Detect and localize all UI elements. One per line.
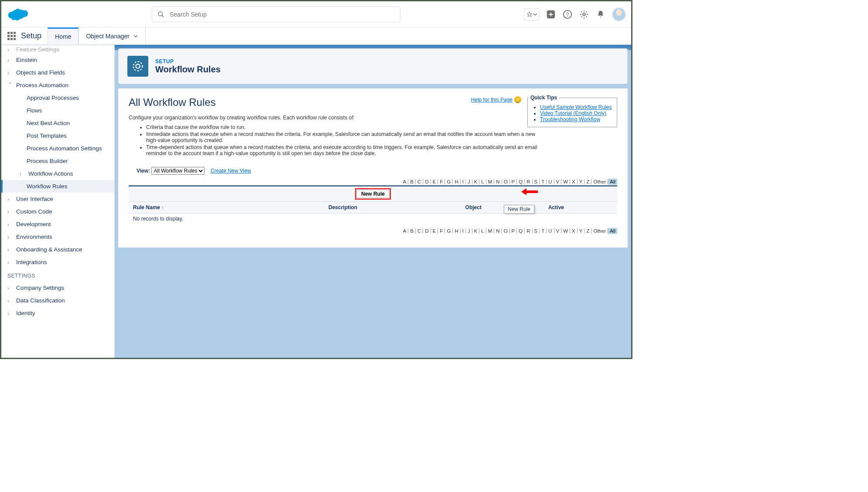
alpha-filter-r[interactable]: R [525, 228, 532, 234]
alpha-filter-l[interactable]: L [479, 179, 486, 184]
alpha-filter-r[interactable]: R [525, 179, 532, 184]
sidebar-item-workflow-actions[interactable]: ›Workflow Actions [1, 167, 114, 180]
col-rule-name[interactable]: Rule Name ↑ [129, 202, 324, 214]
alpha-filter-x[interactable]: X [570, 228, 578, 234]
alpha-filter-t[interactable]: T [540, 228, 547, 234]
sidebar-item-environments[interactable]: ›Environments [1, 231, 114, 243]
alpha-filter-z[interactable]: Z [584, 179, 591, 184]
sidebar-item-custom-code[interactable]: ›Custom Code [1, 205, 114, 218]
new-rule-button[interactable]: New Rule [356, 190, 390, 198]
alpha-filter-o[interactable]: O [502, 179, 510, 184]
alpha-filter-k[interactable]: K [472, 179, 480, 184]
alpha-filter-g[interactable]: G [445, 228, 453, 234]
sidebar-item-data-classification[interactable]: ›Data Classification [1, 294, 114, 307]
alpha-filter-y[interactable]: Y [578, 228, 585, 234]
tab-home[interactable]: Home [48, 27, 79, 45]
global-actions-button[interactable] [546, 9, 556, 20]
alpha-filter-y[interactable]: Y [578, 179, 585, 184]
sidebar-item-post-templates[interactable]: Post Templates [1, 129, 114, 142]
alpha-filter-h[interactable]: H [453, 228, 460, 234]
app-launcher[interactable]: Setup [1, 31, 48, 41]
sidebar-item-user-interface[interactable]: ›User Interface [1, 193, 114, 205]
alpha-filter-b[interactable]: B [408, 228, 416, 234]
search-input[interactable] [170, 11, 395, 18]
global-search[interactable] [152, 7, 400, 22]
alpha-filter-m[interactable]: M [486, 179, 495, 184]
sidebar-item-identity[interactable]: ›Identity [1, 307, 114, 319]
alpha-filter-u[interactable]: U [547, 228, 554, 234]
alpha-filter-d[interactable]: D [423, 228, 431, 234]
sidebar-item-integrations[interactable]: ›Integrations [1, 256, 114, 268]
alpha-filter-c[interactable]: C [416, 228, 423, 234]
alpha-filter-z[interactable]: Z [584, 228, 591, 234]
alpha-filter-w[interactable]: W [561, 179, 570, 184]
quick-tip-link-video[interactable]: Video Tutorial (English Only) [540, 110, 606, 116]
alpha-filter-e[interactable]: E [431, 179, 438, 184]
sidebar-item-process-builder[interactable]: Process Builder [1, 155, 114, 167]
sidebar-item-process-automation-settings[interactable]: Process Automation Settings [1, 142, 114, 155]
alpha-filter-e[interactable]: E [431, 228, 438, 234]
alpha-filter-j[interactable]: J [466, 179, 472, 184]
alpha-filter-s[interactable]: S [533, 179, 540, 184]
favorites-button[interactable] [524, 8, 540, 20]
alpha-filter-other[interactable]: Other [591, 228, 608, 234]
alpha-filter-w[interactable]: W [561, 228, 570, 234]
alpha-filter-other[interactable]: Other [591, 179, 608, 184]
sidebar-item-development[interactable]: ›Development [1, 218, 114, 231]
alpha-filter-p[interactable]: P [510, 228, 517, 234]
sidebar-item-company-settings[interactable]: ›Company Settings [1, 282, 114, 294]
alpha-filter-n[interactable]: N [494, 179, 502, 184]
alpha-filter-q[interactable]: Q [517, 179, 525, 184]
alpha-filter-k[interactable]: K [472, 228, 480, 234]
view-select[interactable]: All Workflow Rules [151, 167, 205, 175]
alpha-filter-h[interactable]: H [453, 179, 460, 184]
notifications-button[interactable] [595, 9, 606, 20]
sidebar-item-approval-processes[interactable]: Approval Processes [1, 92, 114, 104]
col-active[interactable]: Active [544, 202, 617, 214]
sidebar-item-einstein[interactable]: ›Einstein [1, 54, 114, 66]
alpha-filter-g[interactable]: G [445, 179, 453, 184]
sidebar-item-next-best-action[interactable]: Next Best Action [1, 117, 114, 129]
alpha-filter-s[interactable]: S [533, 228, 540, 234]
sidebar-item-flows[interactable]: Flows [1, 104, 114, 117]
alpha-filter-c[interactable]: C [416, 179, 423, 184]
alpha-filter-v[interactable]: V [554, 179, 562, 184]
alpha-filter-all[interactable]: All [608, 228, 617, 234]
user-avatar[interactable] [612, 7, 626, 21]
alpha-filter-o[interactable]: O [502, 228, 510, 234]
alpha-filter-p[interactable]: P [510, 179, 517, 184]
tab-object-manager[interactable]: Object Manager [79, 27, 146, 45]
setup-gear-button[interactable] [579, 9, 589, 20]
alpha-filter-i[interactable]: I [461, 179, 466, 184]
alpha-filter-n[interactable]: N [494, 228, 502, 234]
setup-sidebar[interactable]: ›Feature Settings ›Einstein ›Objects and… [1, 45, 115, 358]
alpha-filter-d[interactable]: D [423, 179, 431, 184]
alpha-filter-u[interactable]: U [547, 179, 554, 184]
alpha-filter-x[interactable]: X [570, 179, 578, 184]
alpha-filter-f[interactable]: F [438, 228, 445, 234]
quick-tip-link-troubleshooting[interactable]: Troubleshooting Workflow [540, 116, 600, 122]
alpha-filter-a[interactable]: A [401, 179, 409, 184]
help-button[interactable]: ? [562, 9, 573, 20]
sidebar-item-objects-fields[interactable]: ›Objects and Fields [1, 66, 114, 79]
alpha-filter-j[interactable]: J [466, 228, 472, 234]
alpha-filter-i[interactable]: I [461, 228, 466, 234]
sidebar-item-workflow-rules[interactable]: Workflow Rules [1, 180, 114, 193]
quick-tip-link-sample[interactable]: Useful Sample Workflow Rules [540, 104, 612, 110]
alpha-filter-l[interactable]: L [479, 228, 486, 234]
sidebar-item-onboarding-assistance[interactable]: ›Onboarding & Assistance [1, 243, 114, 256]
quick-tips-box: Quick Tips Useful Sample Workflow Rules … [527, 95, 617, 127]
alpha-filter-t[interactable]: T [540, 179, 547, 184]
create-new-view-link[interactable]: Create New View [211, 168, 251, 174]
alpha-filter-b[interactable]: B [408, 179, 416, 184]
alpha-filter-all[interactable]: All [608, 179, 617, 185]
sidebar-item-feature-settings[interactable]: ›Feature Settings [1, 45, 114, 54]
alpha-filter-m[interactable]: M [486, 228, 495, 234]
help-for-page-link[interactable]: Help for this Page ? [471, 96, 521, 103]
col-description[interactable]: Description [324, 202, 461, 214]
alpha-filter-a[interactable]: A [401, 228, 409, 234]
alpha-filter-q[interactable]: Q [517, 228, 525, 234]
sidebar-item-process-automation[interactable]: ›Process Automation [1, 79, 114, 92]
alpha-filter-f[interactable]: F [438, 179, 445, 184]
alpha-filter-v[interactable]: V [554, 228, 562, 234]
